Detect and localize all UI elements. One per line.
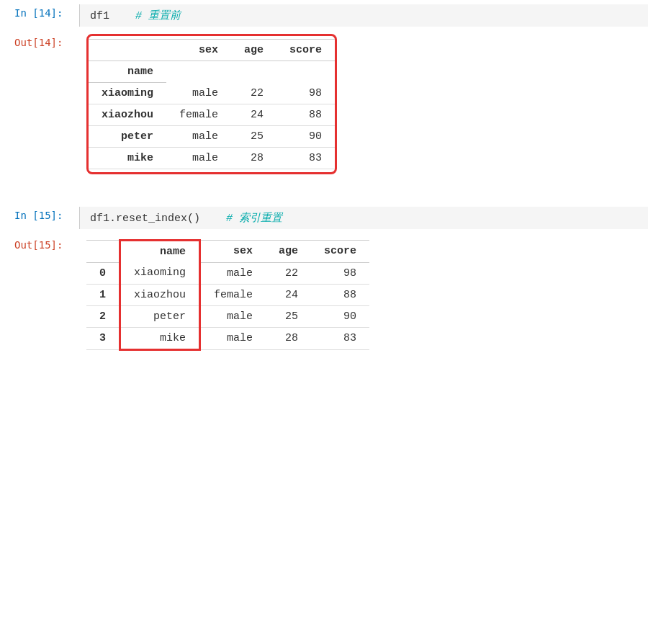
row-15-1-score: 88 [311,284,369,305]
cell-15-code-comment: # 索引重置 [226,213,282,225]
row-15-3-score: 83 [311,327,369,349]
table-14-col-age-blank [231,61,276,83]
cell-14-highlight-box: sex age score name xiaomi [86,34,337,174]
row-15-3-sex: male [200,327,266,349]
row-15-1-age: 24 [266,284,311,305]
row-14-1-sex: female [166,104,231,126]
table-row: xiaoming male 22 98 [89,83,335,104]
row-14-3-age: 28 [231,148,276,169]
row-14-2-sex: male [166,126,231,148]
notebook: In [14]: df1 # 重置前 Out[14]: sex age scor… [0,0,648,644]
row-14-0-age: 22 [231,83,276,104]
table-row: peter male 25 90 [89,126,335,148]
row-15-1-index: 1 [86,284,120,305]
cell-14-output-content: sex age score name xiaomi [79,34,648,178]
row-14-3-score: 83 [276,148,335,169]
cell-14-table: sex age score name xiaomi [89,39,335,169]
cell-14-output: Out[14]: sex age score name [0,31,648,181]
row-15-1-name: xiaozhou [120,284,200,305]
row-14-2-index: peter [89,126,166,148]
row-15-3-name: mike [120,327,200,349]
row-15-2-age: 25 [266,305,311,327]
row-15-0-score: 98 [311,262,369,284]
table-row: 0 xiaoming male 22 98 [86,262,369,284]
cell-14-code-text: df1 [90,10,109,22]
row-15-0-sex: male [200,262,266,284]
cell-15-output-label: Out[15]: [0,236,79,251]
row-14-3-index: mike [89,148,166,169]
table-15-col-sex: sex [200,241,266,263]
row-15-1-sex: female [200,284,266,305]
row-14-0-score: 98 [276,83,335,104]
row-14-3-sex: male [166,148,231,169]
row-14-0-sex: male [166,83,231,104]
table-15-col-age: age [266,241,311,263]
cell-15-output: Out[15]: name sex age score 0 xiaoming [0,233,648,357]
table-14-col-sex: sex [166,40,231,61]
row-15-0-name: xiaoming [120,262,200,284]
row-14-1-index: xiaozhou [89,104,166,126]
row-15-0-age: 22 [266,262,311,284]
cell-14-code-comment: # 重置前 [135,10,181,22]
row-14-2-age: 25 [231,126,276,148]
table-14-index-header [89,40,166,61]
row-15-3-index: 3 [86,327,120,349]
table-15-col-score: score [311,241,369,263]
cell-15-code[interactable]: df1.reset_index() # 索引重置 [79,207,648,229]
cell-14-input: In [14]: df1 # 重置前 [0,0,648,31]
section-gap [0,181,648,202]
row-15-3-age: 28 [266,327,311,349]
row-15-0-index: 0 [86,262,120,284]
table-row: 1 xiaozhou female 24 88 [86,284,369,305]
cell-15-output-content: name sex age score 0 xiaoming male 22 98 [79,236,648,354]
table-14-col-score: score [276,40,335,61]
row-14-1-age: 24 [231,104,276,126]
table-15-index-blank [86,241,120,263]
table-row: 2 peter male 25 90 [86,305,369,327]
cell-15-code-text: df1.reset_index() [90,213,200,225]
row-15-2-sex: male [200,305,266,327]
table-14-col-sex-blank [166,61,231,83]
table-row: mike male 28 83 [89,148,335,169]
table-14-col-score-blank [276,61,335,83]
table-row: xiaozhou female 24 88 [89,104,335,126]
table-row: 3 mike male 28 83 [86,327,369,349]
cell-15-table-outer: name sex age score 0 xiaoming male 22 98 [86,239,369,351]
row-14-2-score: 90 [276,126,335,148]
row-15-2-index: 2 [86,305,120,327]
row-14-0-index: xiaoming [89,83,166,104]
cell-15-input: In [15]: df1.reset_index() # 索引重置 [0,202,648,233]
cell-15-input-label: In [15]: [0,207,79,221]
table-15-col-name: name [120,241,200,263]
cell-14-input-label: In [14]: [0,4,79,19]
cell-14-output-label: Out[14]: [0,34,79,48]
row-15-2-name: peter [120,305,200,327]
table-14-name-header: name [89,61,166,83]
row-15-2-score: 90 [311,305,369,327]
table-14-col-age: age [231,40,276,61]
row-14-1-score: 88 [276,104,335,126]
cell-14-code[interactable]: df1 # 重置前 [79,4,648,27]
